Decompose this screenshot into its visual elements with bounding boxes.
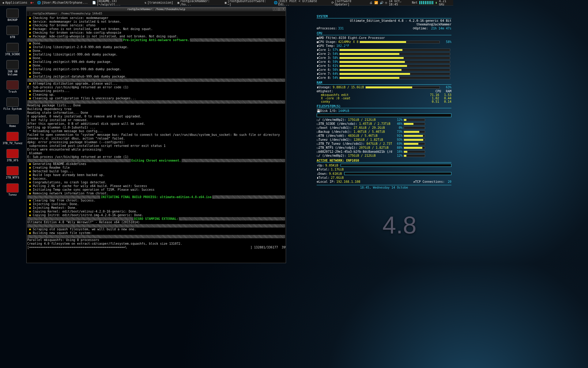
terminal-line [27,235,285,238]
core-row: ▮Core 6: 56% [317,68,451,72]
terminal-line: ● Installing zeitgeist-core-999.deb dumb… [27,67,285,71]
terminal-line: ● Cleaning up configuration files & unec… [27,97,285,100]
desktop-icon[interactable]: 268 GB Volume [2,60,23,76]
drive-icon [6,98,19,107]
terminal-line: ● Installing libzeitgeist-2.0-0-999.deb … [27,45,285,49]
tray-wifi-icon[interactable]: 📶 [374,1,378,4]
close-button[interactable]: × [281,8,285,11]
tray-print-icon[interactable]: 🖨 [369,1,372,4]
terminal-line: Parallel mksquashfs: Using 8 processors [27,238,285,242]
terminal-line: ● Pulling 2.0G of cache for wily x64 bui… [27,184,285,188]
proc-row: mksquashfs edit71.161.53 [317,93,451,97]
desktop-icon[interactable]: 3TB_SCODE [2,43,23,56]
desktop-icon[interactable]: 6TB [2,26,23,39]
terminal-line: ● Checking for broken service: kde-confi… [27,31,285,35]
terminal-line: Building dependency tree [27,107,285,111]
drive-icon [6,43,19,52]
desktop-icon[interactable]: Tunez [2,183,23,196]
fs-row: ☐/ (/dev/md0p2): 175GiB / 212GiB12% [317,118,451,122]
cpu-name: AMD FX(tm)-8150 Eight-Core Processor [318,36,385,40]
terminal-line: ● Cleaning up. [27,93,285,97]
terminal-line: ● Copying Initrd: edit/boot/initrd.img-4… [27,213,285,217]
terminal-line: Failed to open connection to "system" me… [27,133,285,137]
sys-user: theemahn@JackHammer [317,23,451,26]
cpu-usage: 4214MHz X 8 [338,40,358,44]
terminal-line: ● Initiating Temp cache sync operation o… [27,188,285,192]
fs-row: ☐6TB (/dev/sdd): 483GiB / 5.46TiB91% [317,134,451,138]
drive-icon [6,166,19,175]
terminal-line: ● Building new squash file system: [27,231,285,235]
desktop-icon[interactable]: File System [2,98,23,110]
terminal-line [27,79,285,82]
drive-icon [6,60,19,69]
clock[interactable]: 14 Oct, 18:45 [389,0,410,6]
terminal-line: Errors were encountered while processing… [27,148,285,151]
fs-row: ☐3TB_TV_Tunez (/dev/sdo1): 847GiB / 2.73… [317,142,451,146]
section-system: SYSTEM [317,15,451,18]
terminal-line: subprocess installed post-installation s… [27,144,285,148]
desktop-icon[interactable]: 2TB_NTFS [2,166,23,179]
section-ram: RAM [317,81,451,85]
fs-row: ☐Tunez (/dev/sdm1): 128GiB / 1.82TiB93% [317,138,451,142]
section-cpu: CPU [317,32,451,35]
terminal-line: [=======================================… [27,246,285,249]
terminal-line: Reading state information... Done [27,111,285,115]
terminal-body[interactable]: ● Checking for broken service: modemmana… [27,16,286,263]
terminal-line: ● Injecting isolinux: Done. [27,202,285,206]
core-row: ▮Core 3: 58% [317,56,451,60]
fs-row: ☐3TB_SCODE (/dev/sda): 1.45TiB / 2.73TiB… [317,122,451,126]
tray-status-icon[interactable]: ◷ [385,1,387,4]
task-2[interactable]: ⇅[transmission] [143,1,174,5]
terminal-line: ● Injecting Memtest: Done. [27,206,285,210]
terminal-line: Exiting Chroot environment. [27,159,285,162]
drive-icon [6,80,19,90]
desktop-icon[interactable]: Home [2,115,23,128]
processes-count: 331 [338,26,344,30]
terminal-line: ● Creating Readme file [27,166,285,170]
fs-row: ☐/ (/dev/md0p2): 175GiB / 212GiB12% [317,154,451,158]
cpu-meter [419,1,433,4]
uptime: 21h 14m 47s [431,27,451,30]
desktop-icons: BACKUP6TB3TB_SCODE268 GB VolumeTrashFile… [2,9,23,196]
drive-icon [6,183,19,193]
proc-row: X -core :0 -seat1.020.44 [317,97,451,100]
terminal-line: dpkg: error processing package blueman (… [27,140,285,144]
proc-row: conky0.510.14 [317,100,451,103]
section-fs: FILESYSTEM(s) [317,105,451,108]
terminal-line: Ultimate Edition 4.8 "Wily Werewolf" - R… [27,220,285,224]
local-ip: 192.168.1.108 [336,180,360,184]
drive-icon [6,26,19,35]
desktop-icon[interactable]: 3TB_TV_Tunez [2,132,23,145]
fs-row: ☐Backup (/dev/sdc): 1.46TiB / 5.46TiB73% [317,130,451,134]
applications-menu[interactable]: ◆ Applications [1,1,28,5]
tray-volume-icon[interactable]: 🔊 [380,1,383,4]
terminal-tab[interactable]: ⋮ root@JackHammer: /home/theemahn/wip 14… [27,11,286,16]
minimize-button[interactable]: – [273,8,277,11]
terminal-line: invoke-rc.d: initscript dbus, action "re… [27,137,285,140]
terminal-line: ● Installing libzeitgeist-999.deb dumby … [27,53,285,56]
terminal-line: ● Scraping old squash filesystem, we wil… [27,228,285,231]
maximize-button[interactable]: □ [277,8,281,11]
desktop-icon[interactable]: BACKUP [2,9,23,21]
drive-icon [6,115,19,124]
task-0[interactable]: 🌐[User:MichaelH/Orphane... [36,1,89,5]
desktop-icon[interactable]: 3TB_XFS [2,149,23,162]
fs-row: ☐/boot (/dev/sdb1): 27.6GiB / 29.2GiB0% [317,126,451,130]
fs-row: ☐2TB_NTFS (/dev/sdp1): 207GiB / 1.82TiB8… [317,146,451,150]
apps-icon: ◆ [2,1,4,4]
tray-dot[interactable]: ●▾ [30,1,34,4]
terminal-line: After this operation, 0 B of additional … [27,122,285,126]
terminal-line: ● Done. [27,49,285,53]
cpu-ghz: 4.21 GHz [439,0,452,6]
titlebar[interactable]: root@JackHammer: /home/theemahn/wip – □ … [27,7,286,11]
disk-io: 144MiB [338,109,349,113]
terminal-line: ● Checking for broken service: ofono [27,24,285,27]
terminal-line: Creating 4.0 filesystem on extract-cd/ca… [27,242,285,246]
terminal-line: ● Done. [27,42,285,45]
terminal-line: ● Removing network information from chro… [27,192,285,195]
core-row: ▮Core 7: 64% [317,72,451,76]
terminal-line: E: Sub-process /usr/bin/dpkg returned an… [27,155,285,159]
desktop-icon[interactable]: Trash [2,80,23,93]
core-row: ▮Core 2: 54% [317,52,451,56]
terminal-window[interactable]: root@JackHammer: /home/theemahn/wip – □ … [26,7,286,263]
